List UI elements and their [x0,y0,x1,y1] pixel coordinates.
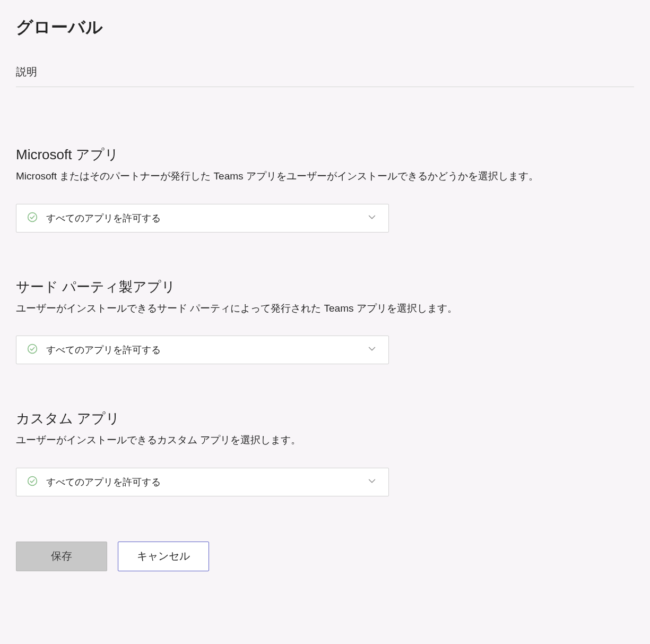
dropdown-microsoft-apps[interactable]: すべてのアプリを許可する [16,204,389,233]
chevron-down-icon [366,211,378,225]
chevron-down-icon [366,343,378,357]
section-desc-microsoft: Microsoft またはそのパートナーが発行した Teams アプリをユーザー… [16,169,634,184]
button-row: 保存 キャンセル [16,542,634,571]
section-title-custom: カスタム アプリ [16,409,634,428]
cancel-button[interactable]: キャンセル [118,542,209,571]
section-microsoft-apps: Microsoft アプリ Microsoft またはそのパートナーが発行した … [16,145,634,233]
section-custom-apps: カスタム アプリ ユーザーがインストールできるカスタム アプリを選択します。 す… [16,409,634,496]
dropdown-thirdparty-apps[interactable]: すべてのアプリを許可する [16,336,389,364]
dropdown-label-thirdparty: すべてのアプリを許可する [46,344,161,356]
dropdown-label-custom: すべてのアプリを許可する [46,476,161,488]
dropdown-left: すべてのアプリを許可する [27,212,161,225]
dropdown-left: すべてのアプリを許可する [27,476,161,488]
svg-point-0 [28,212,37,221]
dropdown-left: すべてのアプリを許可する [27,344,161,356]
checkmark-circle-icon [27,476,38,488]
checkmark-circle-icon [27,344,38,356]
section-desc-custom: ユーザーがインストールできるカスタム アプリを選択します。 [16,433,634,448]
svg-point-2 [28,476,37,485]
chevron-down-icon [366,475,378,489]
dropdown-custom-apps[interactable]: すべてのアプリを許可する [16,468,389,496]
section-thirdparty-apps: サード パーティ製アプリ ユーザーがインストールできるサード パーティによって発… [16,278,634,365]
checkmark-circle-icon [27,212,38,225]
save-button[interactable]: 保存 [16,542,107,571]
section-title-microsoft: Microsoft アプリ [16,145,634,164]
page-title: グローバル [16,16,634,39]
section-title-thirdparty: サード パーティ製アプリ [16,278,634,296]
section-desc-thirdparty: ユーザーがインストールできるサード パーティによって発行された Teams アプ… [16,302,634,316]
description-label: 説明 [16,65,634,87]
dropdown-label-microsoft: すべてのアプリを許可する [46,212,161,225]
svg-point-1 [28,345,37,354]
